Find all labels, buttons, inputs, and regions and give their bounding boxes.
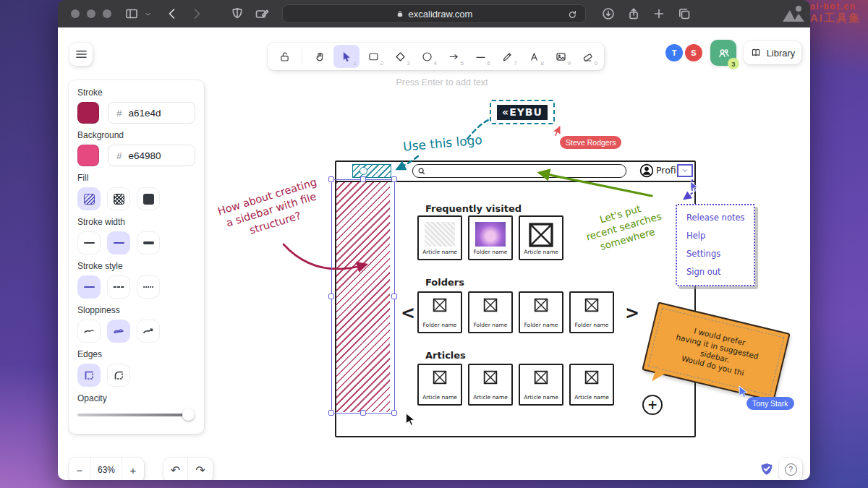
tool-ellipse-button[interactable]: 4: [414, 45, 440, 68]
wireframe-card[interactable]: Article name: [519, 364, 563, 406]
stroke-width-bold-button[interactable]: [107, 231, 130, 254]
wireframe-search-bar[interactable]: [412, 164, 626, 178]
tool-line-button[interactable]: 6: [467, 45, 493, 68]
zoom-level[interactable]: 63%: [90, 458, 122, 480]
undo-button[interactable]: ↶: [163, 458, 188, 480]
zoom-out-button[interactable]: −: [69, 458, 90, 480]
selection-handle[interactable]: [328, 176, 334, 182]
address-bar[interactable]: excalidraw.com: [282, 4, 586, 23]
menu-item-release-notes[interactable]: Release notes: [686, 213, 754, 223]
zoom-in-button[interactable]: +: [122, 458, 144, 480]
tool-selection-button[interactable]: 1: [333, 45, 359, 68]
wireframe-card[interactable]: Folder name: [468, 291, 513, 333]
help-button[interactable]: ?: [779, 458, 802, 480]
stroke-style-solid-button[interactable]: [77, 275, 101, 299]
sidebar-chevron-down-icon[interactable]: [143, 7, 152, 21]
tool-draw-button[interactable]: 7: [494, 45, 520, 68]
wireframe-logo-placeholder[interactable]: [352, 164, 391, 178]
carousel-next-chevron[interactable]: >: [625, 303, 639, 323]
tool-hand-button[interactable]: [307, 45, 333, 68]
sidebar-suggestion-note[interactable]: How about creating a sidebar with file s…: [200, 170, 343, 249]
keybu-logo[interactable]: «EYBU: [497, 105, 548, 120]
tool-text-button[interactable]: 8: [521, 45, 547, 68]
wireframe-card[interactable]: Article name: [519, 215, 563, 260]
profile-menu-sketch[interactable]: Release notesHelpSettingsSign out: [676, 204, 755, 286]
tool-diamond-button[interactable]: 3: [387, 45, 413, 68]
edges-sharp-button[interactable]: [77, 364, 101, 387]
wireframe-profile-dropdown[interactable]: [677, 164, 693, 177]
tool-lock-button[interactable]: [271, 45, 297, 68]
compose-icon[interactable]: [255, 7, 269, 21]
traffic-light-minimize[interactable]: [87, 9, 95, 18]
logo-highlight-dashed-box[interactable]: «EYBU: [490, 100, 555, 124]
wireframe-card[interactable]: Article name: [417, 215, 462, 260]
collaborator-avatar-t[interactable]: T: [665, 44, 683, 61]
carousel-prev-chevron[interactable]: <: [401, 303, 415, 323]
wireframe-card[interactable]: Folder name: [417, 291, 462, 333]
tool-rectangle-button[interactable]: 2: [360, 45, 386, 68]
background-hex-prefix: #: [116, 150, 122, 161]
stroke-width-extrabold-button[interactable]: [137, 231, 160, 254]
stroke-color-swatch[interactable]: [77, 102, 99, 124]
selection-handle[interactable]: [391, 294, 397, 299]
back-icon[interactable]: [165, 7, 179, 21]
selection-box[interactable]: [331, 179, 395, 414]
selection-handle[interactable]: [391, 176, 397, 182]
wireframe-add-button[interactable]: +: [642, 395, 663, 415]
wireframe-card[interactable]: Article name: [417, 364, 462, 406]
tool-arrow-button[interactable]: 5: [441, 45, 467, 68]
stroke-style-dashed-button[interactable]: [107, 275, 130, 299]
new-tab-icon[interactable]: [652, 7, 666, 21]
opacity-knob[interactable]: [182, 408, 195, 421]
share-icon[interactable]: [626, 7, 641, 21]
opacity-slider[interactable]: [77, 409, 193, 421]
redo-button[interactable]: ↷: [188, 458, 213, 480]
wireframe-profile-avatar-icon[interactable]: [639, 163, 654, 178]
traffic-light-close[interactable]: [71, 9, 80, 18]
wireframe-card[interactable]: Folder name: [468, 215, 513, 260]
reload-icon[interactable]: [565, 7, 579, 22]
fill-crosshatch-button[interactable]: [107, 187, 130, 210]
stroke-style-dotted-button[interactable]: [137, 275, 160, 299]
fill-solid-button[interactable]: [137, 187, 160, 210]
selection-handle[interactable]: [360, 410, 366, 416]
selection-handle[interactable]: [328, 410, 334, 416]
wireframe-card[interactable]: Folder name: [569, 291, 614, 333]
menu-item-settings[interactable]: Settings: [686, 249, 754, 259]
sharp-corner-icon: [83, 369, 95, 381]
wireframe-card[interactable]: Article name: [569, 364, 614, 406]
traffic-light-zoom[interactable]: [103, 9, 111, 18]
sloppiness-artist-button[interactable]: [107, 320, 130, 343]
thin-line-icon: [84, 242, 95, 244]
share-collaboration-button[interactable]: 3: [710, 40, 736, 66]
use-this-logo-note[interactable]: Use this logo: [402, 132, 482, 154]
collaborator-avatar-s[interactable]: S: [685, 44, 702, 61]
tool-shortcut: 5: [461, 60, 464, 67]
library-button[interactable]: Library: [744, 41, 801, 64]
main-menu-button[interactable]: [69, 43, 93, 66]
tab-overview-icon[interactable]: [677, 7, 692, 21]
edges-round-button[interactable]: [107, 364, 130, 387]
selection-handle[interactable]: [360, 176, 366, 182]
tool-eraser-button[interactable]: 0: [574, 45, 600, 68]
wireframe-card[interactable]: Article name: [468, 364, 513, 406]
privacy-shield-icon[interactable]: [230, 7, 244, 21]
menu-item-sign-out[interactable]: Sign out: [686, 267, 754, 277]
menu-item-help[interactable]: Help: [686, 231, 754, 241]
encryption-shield-icon[interactable]: [759, 462, 775, 479]
wireframe-card[interactable]: Folder name: [519, 291, 563, 333]
stroke-hex-input[interactable]: # a61e4d: [108, 102, 195, 124]
tool-image-button[interactable]: 9: [548, 45, 574, 68]
sidebar-toggle-icon[interactable]: [124, 7, 139, 21]
sloppiness-cartoonist-button[interactable]: [137, 320, 160, 343]
background-color-swatch[interactable]: [77, 145, 99, 166]
selection-handle[interactable]: [328, 294, 334, 299]
fill-hachure-button[interactable]: [77, 187, 101, 210]
downloads-icon[interactable]: [601, 7, 616, 21]
sloppiness-architect-button[interactable]: [77, 320, 101, 343]
background-hex-input[interactable]: # e64980: [108, 145, 195, 166]
stroke-width-thin-button[interactable]: [77, 231, 101, 254]
diamond-icon: [394, 51, 407, 63]
forward-icon[interactable]: [190, 7, 204, 21]
selection-handle[interactable]: [391, 410, 397, 416]
